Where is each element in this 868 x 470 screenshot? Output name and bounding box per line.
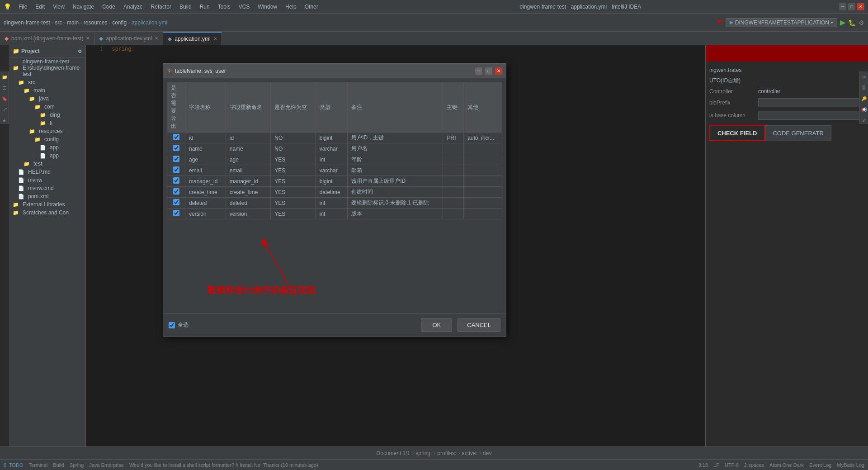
select-all-checkbox[interactable] [169, 322, 175, 328]
sidebar-item-0[interactable]: 📁dingwen-frame-test E:\study\dingwen-fra… [9, 57, 85, 78]
sidebar-item-6[interactable]: 📁fi [9, 119, 85, 127]
database-icon[interactable]: 🗄 [860, 84, 868, 91]
menu-file[interactable]: File [15, 3, 31, 11]
favorites-icon[interactable]: ★ [1, 117, 8, 124]
col-rename: 字段重新命名 [226, 82, 270, 133]
sidebar-item-17[interactable]: 📁Scratches and Con [9, 209, 85, 217]
cell-nullable-1: NO [271, 143, 316, 154]
build-status[interactable]: Build [53, 462, 64, 468]
checkbox-1[interactable] [173, 145, 179, 151]
sidebar-item-10[interactable]: 📄app [9, 152, 85, 160]
checkbox-6[interactable] [173, 199, 179, 205]
sidebar-item-1[interactable]: 📁src [9, 78, 85, 86]
mybatis-log[interactable]: MyBatis Log [837, 462, 864, 468]
document-label: Document 1/1 [377, 450, 410, 456]
project-icon[interactable]: 📁 [1, 73, 8, 81]
menu-analyze[interactable]: Analyze [120, 3, 146, 11]
menu-refactor[interactable]: Refactor [147, 3, 175, 11]
table-row-3: emailemailYESvarchar邮箱 [167, 165, 502, 176]
cell-nullable-6: YES [271, 198, 316, 209]
dialog-minimize[interactable]: ─ [475, 67, 482, 75]
sidebar-item-15[interactable]: 📄pom.xml [9, 192, 85, 200]
promotion-icon[interactable]: 📢 [860, 106, 868, 113]
checkbox-4[interactable] [173, 177, 179, 184]
close-button[interactable]: ✕ [857, 3, 864, 10]
profiles-label: profiles: [437, 450, 456, 456]
cell-nullable-4: YES [271, 176, 316, 187]
menu-window[interactable]: Window [254, 3, 281, 11]
bookmarks-icon[interactable]: 🔖 [1, 95, 8, 102]
checkbox-3[interactable] [173, 166, 179, 173]
menu-help[interactable]: Help [282, 3, 300, 11]
dialog-controls: ─ □ ✕ [475, 67, 502, 75]
minimize-button[interactable]: ─ [839, 3, 846, 10]
sidebar-item-12[interactable]: 📄HELP.md [9, 168, 85, 176]
panel-input-4[interactable] [758, 98, 864, 107]
spring-status[interactable]: Spring [70, 462, 84, 468]
code-generate-button[interactable]: CODE GENERATR [765, 125, 831, 141]
sidebar-gear-icon[interactable]: ⚙ [78, 49, 82, 54]
menu-run[interactable]: Run [196, 3, 213, 11]
run-button[interactable]: ▶ [840, 18, 845, 27]
sidebar-item-13[interactable]: 📄mvnw [9, 176, 85, 184]
sidebar-item-9[interactable]: 📄app [9, 143, 85, 152]
java-enterprise-status[interactable]: Java Enterprise [89, 462, 123, 468]
editor-tab-bar: ◆ pom.xml (dingwen-frame-test) ✕ ◆ appli… [0, 32, 868, 45]
sidebar-item-14[interactable]: 📄mvnw.cmd [9, 184, 85, 192]
git-icon[interactable]: ⎇ [1, 106, 8, 113]
menu-code[interactable]: Code [99, 3, 119, 11]
tree-icon-6: 📁 [40, 120, 46, 126]
maximize-button[interactable]: □ [848, 3, 855, 10]
sidebar-item-5[interactable]: 📁ding [9, 111, 85, 119]
table-row-4: manager_idmanager_idYESbigint该用户直属上级用户ID [167, 176, 502, 187]
cell-export-1 [167, 143, 185, 154]
validation-icon[interactable]: ✔ [860, 117, 868, 124]
sidebar-item-3[interactable]: 📁java [9, 95, 85, 103]
sidebar-item-7[interactable]: 📁resources [9, 127, 85, 135]
menu-build[interactable]: Build [176, 3, 195, 11]
menu-vcs[interactable]: VCS [235, 3, 254, 11]
sidebar-item-4[interactable]: 📁com [9, 103, 85, 111]
tab-application-yml[interactable]: ◆ application.yml ✕ [163, 32, 222, 45]
cancel-button[interactable]: CANCEL [458, 318, 500, 332]
tree-icon-3: 📁 [29, 96, 35, 102]
tab-close-pom[interactable]: ✕ [86, 36, 90, 41]
title-bar: 💡 File Edit View Navigate Code Analyze R… [0, 0, 868, 14]
menu-navigate[interactable]: Navigate [69, 3, 98, 11]
panel-input-5[interactable] [758, 111, 864, 120]
menu-tools[interactable]: Tools [214, 3, 234, 11]
sidebar-item-16[interactable]: 📁External Libraries [9, 200, 85, 209]
checkbox-2[interactable] [173, 156, 179, 162]
terminal-status[interactable]: Terminal [29, 462, 48, 468]
debug-button[interactable]: 🐛 [848, 19, 856, 26]
menu-edit[interactable]: Edit [32, 3, 48, 11]
dialog-close[interactable]: ✕ [495, 67, 502, 75]
todo-status[interactable]: 6: TODO [4, 462, 24, 468]
dialog-maximize[interactable]: □ [485, 67, 492, 75]
check-field-button[interactable]: CHECK FIELD [709, 125, 765, 141]
menu-view[interactable]: View [49, 3, 68, 11]
run-config-dropdown[interactable]: ▶ DINGWENFRAMETESTAPPLICATION ▾ [726, 18, 837, 27]
checkbox-5[interactable] [173, 188, 179, 195]
tab-close-dev[interactable]: ✕ [155, 36, 158, 41]
tab-pom-xml[interactable]: ◆ pom.xml (dingwen-frame-test) ✕ [0, 32, 94, 45]
tools-button[interactable]: ⚙ [859, 19, 864, 26]
tree-label-7: resources [39, 128, 63, 134]
code-editor[interactable]: 1 spring: 🗄 tableName: sys_user ─ □ ✕ [86, 45, 705, 446]
sidebar-item-2[interactable]: 📁main [9, 86, 85, 95]
ok-button[interactable]: OK [421, 318, 452, 332]
ant-icon[interactable]: 🐜 [860, 73, 868, 81]
tab-close-yml[interactable]: ✕ [213, 36, 217, 41]
key-icon[interactable]: 🔑 [860, 95, 868, 102]
tree-icon-9: 📄 [40, 145, 46, 151]
sidebar-item-8[interactable]: 📁config [9, 135, 85, 143]
menu-other[interactable]: Other [301, 3, 322, 11]
sidebar-item-11[interactable]: 📁test [9, 160, 85, 168]
cell-primary-2 [443, 154, 464, 165]
checkbox-0[interactable] [173, 134, 179, 140]
cell-rename-2: age [226, 154, 270, 165]
checkbox-7[interactable] [173, 210, 179, 216]
structure-icon[interactable]: ☰ [1, 84, 8, 91]
event-log[interactable]: Event Log [809, 462, 832, 468]
tab-application-dev-yml[interactable]: ◆ application-dev.yml ✕ [94, 32, 163, 45]
